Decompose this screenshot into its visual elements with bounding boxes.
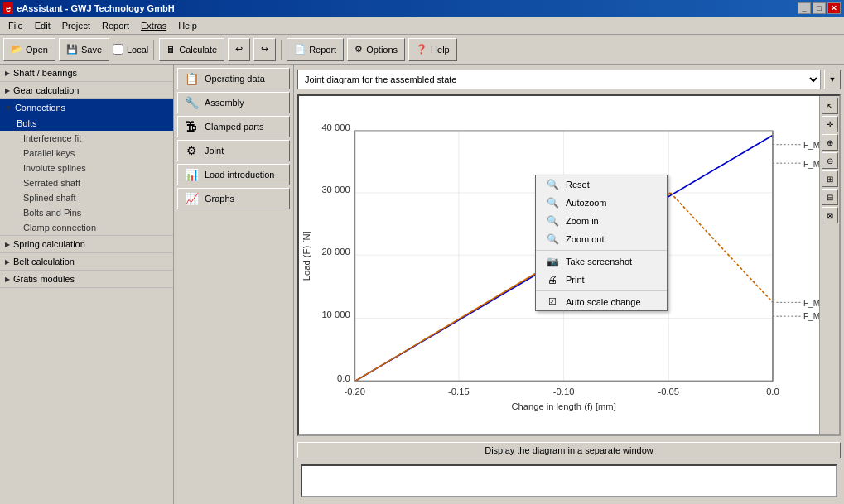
- sidebar-item-gear[interactable]: ▶ Gear calculation: [0, 82, 173, 98]
- assembly-button[interactable]: 🔧 Assembly: [177, 92, 290, 113]
- zoom-reset-btn[interactable]: ⊠: [822, 207, 838, 223]
- context-menu-autozoom[interactable]: 🔍 Autozoom: [536, 194, 667, 212]
- autozoom-icon: 🔍: [546, 197, 559, 209]
- sidebar-item-connections[interactable]: ▼ Connections: [0, 99, 173, 116]
- operating-icon: 📋: [183, 72, 200, 85]
- sidebar-connections-items: Bolts Interference fit Parallel keys Inv…: [0, 116, 173, 235]
- sidebar-item-gratis[interactable]: ▶ Gratis modules: [0, 271, 173, 287]
- save-button[interactable]: 💾 Save: [59, 38, 109, 61]
- sidebar-item-splined-shaft[interactable]: Splined shaft: [0, 190, 173, 205]
- joint-icon: ⚙: [183, 144, 200, 157]
- maximize-btn[interactable]: □: [813, 2, 826, 14]
- undo-button[interactable]: ↩: [228, 38, 250, 61]
- minimize-btn[interactable]: _: [798, 2, 811, 14]
- zoom-fit-btn[interactable]: ⊞: [822, 170, 838, 187]
- menu-file[interactable]: File: [3, 19, 28, 32]
- zoom-pan-btn[interactable]: ✛: [822, 116, 838, 132]
- clamped-icon: 🗜: [183, 120, 200, 133]
- app-title: eAssistant - GWJ Technology GmbH: [17, 3, 175, 13]
- toolbar-sep-1: [153, 40, 154, 60]
- zoom-out-btn[interactable]: ⊖: [822, 152, 838, 169]
- open-button[interactable]: 📂 Open: [3, 38, 55, 61]
- svg-text:10 000: 10 000: [321, 310, 350, 319]
- context-menu-zoom-in[interactable]: 🔍 Zoom in: [536, 212, 667, 230]
- svg-text:F_Mort max: F_Mort max: [803, 160, 819, 169]
- save-icon: 💾: [66, 44, 78, 55]
- load-icon: 📊: [183, 168, 200, 181]
- svg-text:0.0: 0.0: [337, 373, 350, 383]
- sidebar-item-serrated-shaft[interactable]: Serrated shaft: [0, 175, 173, 190]
- options-icon: ⚙: [354, 44, 363, 55]
- sidebar-item-bolts-and-pins[interactable]: Bolts and Pins: [0, 205, 173, 220]
- svg-text:-0.20: -0.20: [345, 387, 366, 397]
- redo-icon: ↪: [261, 44, 268, 55]
- local-checkbox-label: Local: [113, 44, 148, 55]
- sidebar-item-involute-splines[interactable]: Involute splines: [0, 161, 173, 175]
- sidebar-item-clamp[interactable]: Clamp connection: [0, 220, 173, 235]
- help-button[interactable]: ❓ Help: [408, 38, 457, 61]
- chart-container: -0.20 -0.15 -0.10 -0.05 0.0 0.0 10 000 2…: [297, 94, 841, 436]
- bottom-bar: Display the diagram in a separate window: [297, 439, 841, 461]
- menu-help[interactable]: Help: [173, 19, 202, 32]
- expand-arrow-spring: ▶: [5, 241, 10, 248]
- title-bar-controls[interactable]: _ □ ✕: [798, 2, 841, 14]
- context-menu: 🔍 Reset 🔍 Autozoom 🔍 Zoom in 🔍 Zoom out: [535, 175, 668, 311]
- open-icon: 📂: [11, 44, 22, 55]
- context-menu-autoscale[interactable]: ☑ Auto scale change: [536, 293, 667, 310]
- sidebar-item-bolts[interactable]: Bolts: [0, 116, 173, 131]
- sidebar-item-interference[interactable]: Interference fit: [0, 131, 173, 146]
- joint-button[interactable]: ⚙ Joint: [177, 140, 290, 161]
- display-separate-window-button[interactable]: Display the diagram in a separate window: [297, 442, 841, 458]
- svg-text:F_M max: F_M max: [803, 141, 819, 150]
- svg-text:F_Mort min: F_Mort min: [803, 312, 819, 321]
- sidebar-item-shaft[interactable]: ▶ Shaft / bearings: [0, 65, 173, 81]
- expand-arrow-belt: ▶: [5, 258, 10, 266]
- toolbar-sep-2: [281, 40, 282, 60]
- report-icon: 📄: [294, 44, 306, 55]
- chart-type-select[interactable]: Joint diagram for the assembled state: [297, 70, 821, 89]
- screenshot-icon: 📷: [546, 256, 559, 267]
- graphs-button[interactable]: 📈 Graphs: [177, 188, 290, 209]
- expand-arrow-connections: ▼: [5, 104, 12, 112]
- zoom-out-icon: 🔍: [546, 233, 559, 245]
- operating-data-button[interactable]: 📋 Operating data: [177, 68, 290, 89]
- context-menu-sep-1: [536, 250, 667, 251]
- context-menu-zoom-out[interactable]: 🔍 Zoom out: [536, 230, 667, 248]
- help-icon: ❓: [416, 44, 427, 55]
- context-menu-sep-2: [536, 290, 667, 291]
- sidebar: ▶ Shaft / bearings ▶ Gear calculation ▼ …: [0, 65, 174, 504]
- local-checkbox[interactable]: [113, 44, 123, 55]
- sidebar-group-gratis: ▶ Gratis modules: [0, 271, 173, 288]
- menu-project[interactable]: Project: [57, 19, 95, 32]
- main-area: ▶ Shaft / bearings ▶ Gear calculation ▼ …: [0, 65, 844, 504]
- sidebar-item-parallel-keys[interactable]: Parallel keys: [0, 146, 173, 161]
- title-bar: e eAssistant - GWJ Technology GmbH _ □ ✕: [0, 0, 844, 17]
- undo-icon: ↩: [235, 44, 243, 55]
- zoom-panel: ↖ ✛ ⊕ ⊖ ⊞ ⊟ ⊠: [819, 96, 839, 434]
- menu-edit[interactable]: Edit: [30, 19, 55, 32]
- zoom-rect-btn[interactable]: ⊟: [822, 189, 838, 205]
- menu-extras[interactable]: Extras: [136, 19, 171, 32]
- calculate-button[interactable]: 🖩 Calculate: [159, 38, 224, 61]
- close-btn[interactable]: ✕: [827, 2, 841, 14]
- context-menu-print[interactable]: 🖨 Print: [536, 271, 667, 289]
- zoom-cursor-btn[interactable]: ↖: [822, 98, 838, 114]
- expand-arrow-gratis: ▶: [5, 276, 10, 283]
- context-menu-reset[interactable]: 🔍 Reset: [536, 175, 667, 194]
- svg-text:-0.05: -0.05: [658, 387, 680, 397]
- context-menu-screenshot[interactable]: 📷 Take screenshot: [536, 252, 667, 271]
- sidebar-item-belt[interactable]: ▶ Belt calculation: [0, 253, 173, 270]
- svg-text:40 000: 40 000: [321, 122, 350, 132]
- sidebar-item-spring[interactable]: ▶ Spring calculation: [0, 236, 173, 252]
- load-introduction-button[interactable]: 📊 Load introduction: [177, 164, 290, 185]
- svg-text:Change in length (f) [mm]: Change in length (f) [mm]: [511, 401, 615, 411]
- sidebar-group-spring: ▶ Spring calculation: [0, 236, 173, 253]
- expand-arrow-gear: ▶: [5, 87, 10, 94]
- clamped-parts-button[interactable]: 🗜 Clamped parts: [177, 116, 290, 137]
- menu-report[interactable]: Report: [97, 19, 134, 32]
- report-button[interactable]: 📄 Report: [287, 38, 344, 61]
- chart-dropdown-btn[interactable]: ▼: [824, 70, 841, 89]
- redo-button[interactable]: ↪: [253, 38, 276, 61]
- options-button[interactable]: ⚙ Options: [347, 38, 405, 61]
- zoom-in-btn[interactable]: ⊕: [822, 134, 838, 151]
